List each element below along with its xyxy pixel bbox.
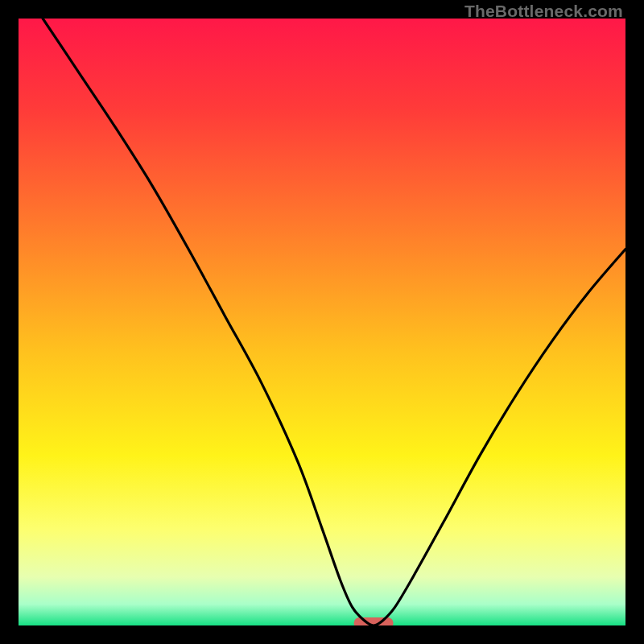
watermark-text: TheBottleneck.com — [464, 2, 623, 21]
bottleneck-chart — [19, 19, 625, 625]
chart-frame — [19, 19, 625, 625]
chart-background — [19, 19, 625, 625]
